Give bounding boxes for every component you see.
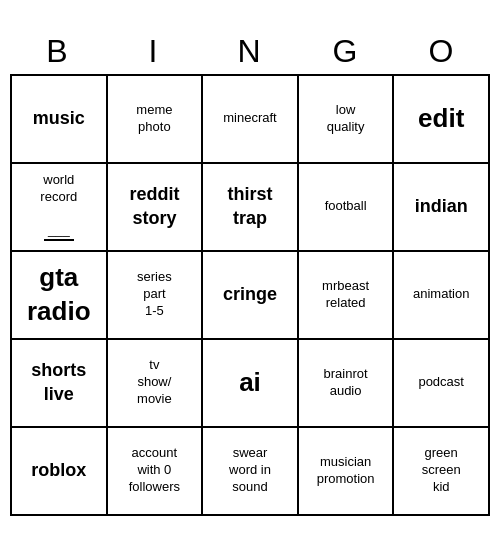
header-letter: I <box>106 29 202 74</box>
cell-r1-c2: thirst trap <box>203 164 299 252</box>
header-letter: B <box>10 29 106 74</box>
bingo-card: BINGO musicmeme photominecraftlow qualit… <box>10 29 490 516</box>
header-letter: N <box>202 29 298 74</box>
cell-r3-c3: brainrot audio <box>299 340 395 428</box>
cell-r3-c4: podcast <box>394 340 490 428</box>
header-letter: G <box>298 29 394 74</box>
cell-r4-c0: roblox <box>12 428 108 516</box>
cell-r1-c0: worldrecord___ <box>12 164 108 252</box>
cell-r3-c0: shorts live <box>12 340 108 428</box>
header-letter: O <box>394 29 490 74</box>
cell-r0-c1: meme photo <box>108 76 204 164</box>
cell-r2-c3: mrbeast related <box>299 252 395 340</box>
cell-r4-c3: musician promotion <box>299 428 395 516</box>
cell-r0-c4: edit <box>394 76 490 164</box>
cell-r1-c4: indian <box>394 164 490 252</box>
cell-r1-c1: reddit story <box>108 164 204 252</box>
bingo-grid: musicmeme photominecraftlow qualityeditw… <box>10 74 490 516</box>
cell-r4-c2: swear word in sound <box>203 428 299 516</box>
cell-r3-c2: ai <box>203 340 299 428</box>
cell-r2-c0: gta radio <box>12 252 108 340</box>
cell-r0-c3: low quality <box>299 76 395 164</box>
cell-r1-c3: football <box>299 164 395 252</box>
cell-r0-c2: minecraft <box>203 76 299 164</box>
cell-r0-c0: music <box>12 76 108 164</box>
cell-r4-c4: green screen kid <box>394 428 490 516</box>
bingo-header: BINGO <box>10 29 490 74</box>
cell-r4-c1: account with 0 followers <box>108 428 204 516</box>
cell-r2-c2: cringe <box>203 252 299 340</box>
cell-r3-c1: tv show/ movie <box>108 340 204 428</box>
cell-r2-c4: animation <box>394 252 490 340</box>
cell-r2-c1: series part 1-5 <box>108 252 204 340</box>
